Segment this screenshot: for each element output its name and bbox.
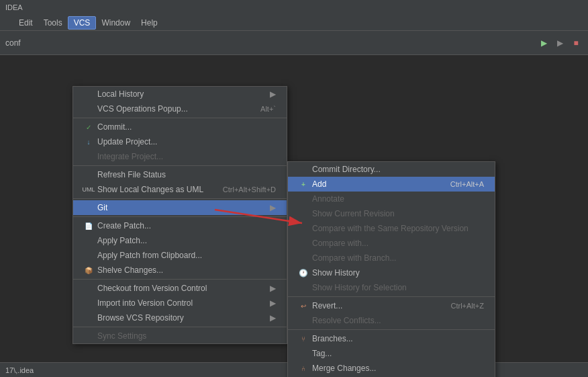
git-tag[interactable]: Tag...	[288, 346, 495, 361]
vcs-refresh-label: Refresh File Status	[97, 170, 166, 179]
browse-icon	[84, 313, 93, 323]
git-revision-label: Show Current Revision	[312, 209, 395, 218]
git-show-history[interactable]: 🕐 Show History	[288, 265, 495, 280]
menu-bar: Edit Tools VCS Window Help	[0, 15, 588, 31]
file-menu[interactable]	[3, 22, 13, 24]
vcs-create-patch[interactable]: 📄 Create Patch...	[73, 218, 287, 233]
vcs-sync: Sync Settings	[73, 329, 287, 343]
git-resolve-conflicts: Resolve Conflicts...	[288, 313, 495, 328]
vcs-git[interactable]: Git ▶	[73, 200, 287, 215]
toolbar-run-icon[interactable]: ▶	[537, 36, 550, 50]
separator-5	[73, 279, 287, 280]
vcs-apply-label: Apply Patch...	[97, 236, 147, 245]
vcs-browse-label: Browse VCS Repository	[97, 313, 184, 323]
annotate-icon	[299, 194, 308, 204]
git-add[interactable]: + Add Ctrl+Alt+A	[288, 177, 495, 192]
patch-icon: 📄	[84, 221, 93, 231]
git-submenu-arrow: ▶	[270, 203, 276, 212]
compare-repo-icon	[299, 224, 308, 233]
vcs-sync-label: Sync Settings	[97, 331, 146, 341]
vcs-refresh[interactable]: Refresh File Status	[73, 167, 287, 182]
checkout-arrow: ▶	[270, 284, 276, 293]
status-text: 17\,.idea	[5, 366, 34, 374]
toolbar: conf ▶ ▶ ■	[0, 31, 588, 55]
refresh-icon	[84, 170, 93, 179]
vcs-operations-label: VCS Operations Popup...	[97, 104, 188, 114]
branches-icon: ⑂	[299, 334, 308, 343]
shelve-icon: 📦	[84, 265, 93, 275]
commit-icon: ✓	[84, 122, 93, 132]
git-merge-label: Merge Changes...	[312, 364, 376, 373]
git-history-label: Show History	[312, 268, 360, 278]
git-branches[interactable]: ⑂ Branches...	[288, 331, 495, 346]
toolbar-stop-icon[interactable]: ■	[569, 36, 583, 50]
git-merge[interactable]: ⑃ Merge Changes...	[288, 361, 495, 376]
revision-icon	[299, 209, 308, 218]
git-compare-branch-label: Compare with Branch...	[312, 253, 396, 263]
compare-with-icon	[299, 239, 308, 248]
git-compare-with-label: Compare with...	[312, 239, 369, 248]
local-history-icon	[84, 89, 93, 99]
update-icon: ↓	[84, 137, 93, 146]
submenu-arrow: ▶	[270, 89, 276, 99]
main-area: Navigation bar Alt+Home Drop files here …	[0, 55, 588, 373]
git-show-revision: Show Current Revision	[288, 206, 495, 221]
vcs-local-history-label: Local History	[97, 89, 144, 99]
git-history-sel-label: Show History for Selection	[312, 283, 407, 292]
vcs-checkout-label: Checkout from Version Control	[97, 284, 207, 293]
vcs-browse[interactable]: Browse VCS Repository ▶	[73, 310, 287, 325]
git-separator-1	[288, 296, 495, 297]
git-annotate-label: Annotate	[312, 194, 344, 204]
edit-menu[interactable]: Edit	[13, 17, 38, 29]
browse-arrow: ▶	[270, 313, 276, 323]
vcs-git-label: Git	[97, 203, 107, 212]
tag-icon	[299, 349, 308, 358]
git-history-selection: Show History for Selection	[288, 280, 495, 295]
commit-dir-icon	[299, 165, 308, 174]
help-menu[interactable]: Help	[136, 17, 163, 29]
git-submenu: Commit Directory... + Add Ctrl+Alt+A Ann…	[287, 161, 495, 377]
merge-icon: ⑃	[299, 364, 308, 373]
separator-3	[73, 198, 287, 199]
integrate-icon	[84, 152, 93, 161]
git-compare-branch: Compare with Branch...	[288, 251, 495, 265]
add-icon: +	[299, 179, 308, 189]
git-revert-label: Revert...	[312, 301, 342, 310]
vcs-shelve[interactable]: 📦 Shelve Changes...	[73, 263, 287, 278]
app-title: IDEA	[5, 3, 23, 11]
vcs-ops-icon	[84, 104, 93, 114]
vcs-apply-patch[interactable]: Apply Patch...	[73, 233, 287, 248]
run-config-label: conf	[5, 38, 21, 48]
vcs-import[interactable]: Import into Version Control ▶	[73, 296, 287, 310]
window-menu[interactable]: Window	[96, 17, 136, 29]
history-icon: 🕐	[299, 268, 308, 278]
git-tag-label: Tag...	[312, 349, 332, 358]
vcs-update-project[interactable]: ↓ Update Project...	[73, 134, 287, 149]
separator-6	[73, 327, 287, 327]
toolbar-debug-icon[interactable]: ▶	[553, 36, 567, 50]
git-compare-repo-label: Compare with the Same Repository Version	[312, 224, 469, 233]
vcs-patch-label: Create Patch...	[97, 221, 151, 231]
vcs-menu[interactable]: VCS	[68, 16, 97, 30]
git-compare-with: Compare with...	[288, 236, 495, 251]
git-commit-dir[interactable]: Commit Directory...	[288, 162, 495, 177]
vcs-local-history[interactable]: Local History ▶	[73, 87, 287, 101]
vcs-shelve-label: Shelve Changes...	[97, 265, 163, 275]
separator-2	[73, 165, 287, 166]
git-conflicts-label: Resolve Conflicts...	[312, 316, 381, 325]
clipboard-icon	[84, 251, 93, 260]
git-revert[interactable]: ↩ Revert... Ctrl+Alt+Z	[288, 298, 495, 313]
vcs-checkout[interactable]: Checkout from Version Control ▶	[73, 281, 287, 296]
vcs-uml-label: Show Local Changes as UML	[97, 185, 203, 194]
import-arrow: ▶	[270, 298, 276, 308]
vcs-commit[interactable]: ✓ Commit...	[73, 120, 287, 134]
apply-patch-icon	[84, 236, 93, 245]
history-sel-icon	[299, 283, 308, 292]
separator-4	[73, 216, 287, 217]
vcs-operations-popup[interactable]: VCS Operations Popup... Alt+`	[73, 101, 287, 116]
vcs-apply-patch-clipboard[interactable]: Apply Patch from Clipboard...	[73, 248, 287, 263]
tools-menu[interactable]: Tools	[38, 17, 68, 29]
import-icon	[84, 298, 93, 308]
vcs-show-local-uml[interactable]: UML Show Local Changes as UML Ctrl+Alt+S…	[73, 182, 287, 197]
vcs-dropdown-menu: Local History ▶ VCS Operations Popup... …	[72, 86, 287, 344]
